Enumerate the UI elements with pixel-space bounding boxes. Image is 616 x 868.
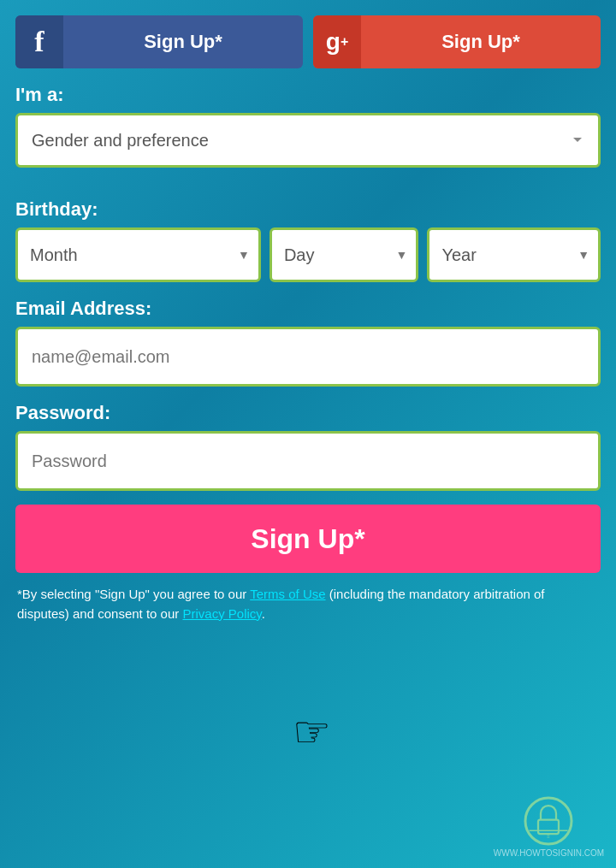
password-label: Password: — [15, 402, 601, 424]
facebook-signup-button[interactable]: f Sign Up* — [15, 15, 303, 68]
main-container: f Sign Up* g+ Sign Up* I'm a: Gender and… — [0, 0, 616, 868]
password-input[interactable] — [15, 431, 601, 491]
ima-label: I'm a: — [15, 84, 601, 106]
google-signup-button[interactable]: g+ Sign Up* — [313, 15, 601, 68]
svg-text:≡: ≡ — [548, 834, 551, 839]
privacy-policy-link[interactable]: Privacy Policy — [182, 606, 261, 621]
month-select[interactable]: Month JanuaryFebruaryMarch AprilMayJune … — [18, 230, 258, 280]
month-select-wrap: Month JanuaryFebruaryMarch AprilMayJune … — [15, 227, 261, 282]
signup-button[interactable]: Sign Up* — [15, 505, 601, 573]
birthday-row: Month JanuaryFebruaryMarch AprilMayJune … — [15, 227, 601, 282]
facebook-signup-label: Sign Up* — [63, 31, 303, 53]
year-select[interactable]: Year for(let i=2005;i>=1920;i--) documen… — [429, 230, 598, 280]
day-select[interactable]: Day for(let i=1;i<=31;i++) document.writ… — [272, 230, 417, 280]
terms-of-use-link[interactable]: Terms of Use — [250, 587, 325, 601]
facebook-icon: f — [15, 15, 63, 68]
google-plus-icon: g+ — [313, 15, 361, 68]
year-select-wrap: Year for(let i=2005;i>=1920;i--) documen… — [427, 227, 601, 282]
google-signup-label: Sign Up* — [361, 31, 601, 53]
email-input[interactable] — [15, 327, 601, 387]
lock-icon: ≡ — [523, 795, 574, 847]
watermark: ≡ WWW.HOWTOSIGNIN.COM — [494, 795, 604, 858]
watermark-text: WWW.HOWTOSIGNIN.COM — [494, 848, 604, 858]
terms-text: *By selecting "Sign Up" you agree to our… — [15, 585, 601, 623]
gender-select[interactable]: Gender and preference Man seeking woman … — [15, 113, 601, 168]
cursor-hand-icon: ☞ — [293, 707, 331, 757]
svg-rect-1 — [538, 820, 559, 835]
day-select-wrap: Day for(let i=1;i<=31;i++) document.writ… — [270, 227, 419, 282]
birthday-label: Birthday: — [15, 198, 601, 221]
email-label: Email Address: — [15, 298, 601, 320]
social-buttons-row: f Sign Up* g+ Sign Up* — [15, 15, 601, 68]
